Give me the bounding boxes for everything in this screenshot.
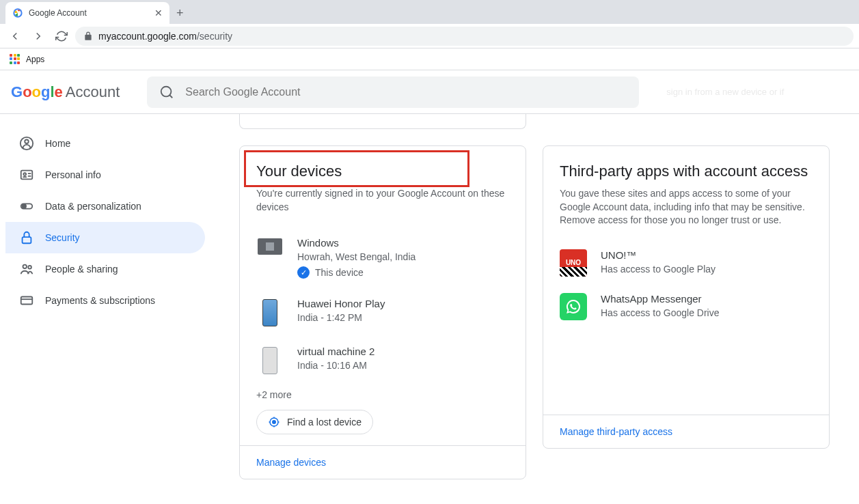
sidebar-item-label: People & sharing [45,264,118,275]
browser-tab-strip: Google Account ✕ + [0,0,859,24]
google-favicon-icon [12,8,23,18]
more-devices-link[interactable]: +2 more [256,384,509,410]
sidebar: Home Personal info Data & personalizatio… [0,114,205,500]
user-circle-icon [19,136,34,151]
sidebar-item-people-sharing[interactable]: People & sharing [5,253,205,285]
reload-button[interactable] [52,27,71,46]
search-box[interactable] [147,76,639,108]
lock-icon [83,31,93,41]
svg-rect-5 [21,171,33,180]
url-bar[interactable]: myaccount.google.com/security [75,27,854,46]
app-name: WhatsApp Messenger [601,293,720,305]
svg-rect-9 [23,237,31,243]
sidebar-item-personal-info[interactable]: Personal info [5,159,205,191]
previous-card-stub [239,114,526,129]
svg-point-14 [273,421,276,424]
device-row[interactable]: Windows Howrah, West Bengal, India ✓ Thi… [256,227,509,288]
sidebar-item-label: Data & personalization [45,201,141,212]
header-hint: sign in from a new device or if [666,87,784,97]
sidebar-item-label: Home [45,138,70,149]
apps-grid-icon[interactable] [10,54,21,65]
sidebar-item-label: Payments & subscriptions [45,295,155,306]
browser-toolbar: myaccount.google.com/security [0,24,859,48]
sidebar-item-home[interactable]: Home [5,128,205,159]
card-subtitle: You gave these sites and apps access to … [560,187,813,227]
svg-rect-12 [21,297,33,305]
url-text: myaccount.google.com/security [98,31,232,42]
app-row[interactable]: WhatsApp Messenger Has access to Google … [560,285,813,328]
app-header: Google Account sign in from a new device… [0,70,859,114]
laptop-icon [256,237,284,255]
device-meta: Howrah, West Bengal, India [297,251,509,262]
search-input[interactable] [185,86,627,98]
people-icon [19,262,34,277]
device-meta: India - 1:42 PM [297,312,509,323]
device-row[interactable]: Huawei Honor Play India - 1:42 PM [256,288,509,336]
device-row[interactable]: virtual machine 2 India - 10:16 AM [256,336,509,384]
device-name: Huawei Honor Play [297,298,509,309]
svg-point-11 [28,266,31,269]
find-lost-device-button[interactable]: Find a lost device [256,410,373,434]
svg-point-6 [23,173,26,176]
your-devices-card: Your devices You're currently signed in … [239,145,526,479]
device-name: Windows [297,237,509,249]
app-row[interactable]: UNO UNO!™ Has access to Google Play [560,241,813,285]
manage-devices-link[interactable]: Manage devices [256,457,326,468]
bookmarks-bar: Apps [0,48,859,70]
app-name: UNO!™ [601,249,715,261]
browser-tab[interactable]: Google Account ✕ [5,2,169,24]
close-tab-icon[interactable]: ✕ [154,8,163,18]
device-name: virtual machine 2 [297,346,509,357]
svg-point-10 [23,265,27,269]
main-content: Your devices You're currently signed in … [205,114,859,500]
google-account-logo[interactable]: Google Account [11,83,120,101]
lock-icon [19,230,34,245]
tab-title: Google Account [29,8,149,18]
new-tab-button[interactable]: + [169,2,191,24]
target-icon [268,416,280,428]
card-title: Third-party apps with account access [560,163,813,180]
phone-icon [256,346,284,374]
sidebar-item-data-personalization[interactable]: Data & personalization [5,191,205,222]
search-icon [159,85,174,100]
phone-icon [256,298,284,326]
card-title: Your devices [256,163,509,180]
check-icon: ✓ [297,266,310,279]
sidebar-item-payments[interactable]: Payments & subscriptions [5,285,205,316]
id-card-icon [19,167,34,182]
bookmarks-apps-label[interactable]: Apps [26,55,44,64]
back-button[interactable] [5,27,25,46]
card-icon [19,293,34,308]
svg-point-4 [25,140,29,144]
manage-third-party-link[interactable]: Manage third-party access [560,426,672,437]
sidebar-item-label: Personal info [45,169,101,180]
toggle-icon [19,199,34,214]
third-party-apps-card: Third-party apps with account access You… [543,145,830,449]
card-subtitle: You're currently signed in to your Googl… [256,187,509,214]
sidebar-item-security[interactable]: Security [5,222,205,253]
whatsapp-app-icon [560,293,587,320]
this-device-badge: ✓ This device [297,266,509,279]
sidebar-item-label: Security [45,232,80,243]
device-meta: India - 10:16 AM [297,360,509,371]
svg-point-2 [161,86,172,96]
app-desc: Has access to Google Drive [601,307,720,318]
app-desc: Has access to Google Play [601,264,715,275]
forward-button[interactable] [29,27,48,46]
uno-app-icon: UNO [560,249,587,277]
svg-point-8 [23,204,27,208]
